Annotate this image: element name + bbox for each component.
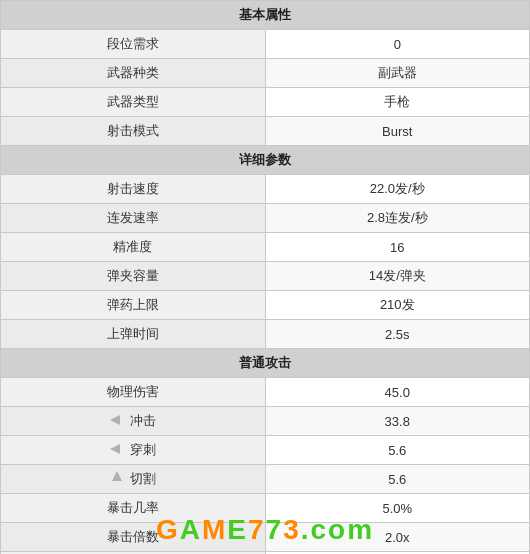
row-label-puncture: 穿刺 [1, 436, 266, 465]
row-value-reload: 2.5s [265, 320, 530, 349]
stats-table: 基本属性 段位需求 0 武器种类 副武器 武器类型 手枪 射击模式 Burst … [0, 0, 530, 554]
row-value-burst-rate: 2.8连发/秒 [265, 204, 530, 233]
table-row: 射击速度 22.0发/秒 [1, 175, 530, 204]
table-row: 弹药上限 210发 [1, 291, 530, 320]
row-value-weapon-type: 副武器 [265, 59, 530, 88]
table-row: 武器类型 手枪 [1, 88, 530, 117]
svg-marker-0 [110, 415, 120, 425]
row-label-burst-rate: 连发速率 [1, 204, 266, 233]
impact-icon [110, 413, 124, 430]
table-row: 弹夹容量 14发/弹夹 [1, 262, 530, 291]
table-row: 精准度 16 [1, 233, 530, 262]
row-label-weapon-type: 武器种类 [1, 59, 266, 88]
row-label-phys-dmg: 物理伤害 [1, 378, 266, 407]
table-row: 连发速率 2.8连发/秒 [1, 204, 530, 233]
row-label-fire-rate: 射击速度 [1, 175, 266, 204]
basic-header-label: 基本属性 [1, 1, 530, 30]
row-label-slash: 切割 [1, 465, 266, 494]
row-value-crit-chance: 5.0% [265, 494, 530, 523]
table-row: 段位需求 0 [1, 30, 530, 59]
row-value-impact: 33.8 [265, 407, 530, 436]
row-label-crit-chance: 暴击几率 [1, 494, 266, 523]
table-row: 穿刺 5.6 [1, 436, 530, 465]
slash-icon [110, 471, 124, 488]
row-label-impact: 冲击 [1, 407, 266, 436]
row-value-fire-rate: 22.0发/秒 [265, 175, 530, 204]
table-row: 暴击几率 5.0% [1, 494, 530, 523]
puncture-icon [110, 442, 124, 459]
table-row: 射击模式 Burst [1, 117, 530, 146]
row-label-magazine: 弹夹容量 [1, 262, 266, 291]
row-value-weapon-class: 手枪 [265, 88, 530, 117]
row-label-rank: 段位需求 [1, 30, 266, 59]
table-row: 物理伤害 45.0 [1, 378, 530, 407]
section-attack-header: 普通攻击 [1, 349, 530, 378]
table-row: 暴击倍数 2.0x [1, 523, 530, 552]
row-label-accuracy: 精准度 [1, 233, 266, 262]
row-value-puncture: 5.6 [265, 436, 530, 465]
row-value-magazine: 14发/弹夹 [265, 262, 530, 291]
row-label-ammo-max: 弹药上限 [1, 291, 266, 320]
attack-header-label: 普通攻击 [1, 349, 530, 378]
table-row: 武器种类 副武器 [1, 59, 530, 88]
row-label-weapon-class: 武器类型 [1, 88, 266, 117]
row-value-phys-dmg: 45.0 [265, 378, 530, 407]
row-value-ammo-max: 210发 [265, 291, 530, 320]
section-detail-header: 详细参数 [1, 146, 530, 175]
table-row: 上弹时间 2.5s [1, 320, 530, 349]
row-value-rank: 0 [265, 30, 530, 59]
row-value-accuracy: 16 [265, 233, 530, 262]
svg-marker-1 [110, 444, 120, 454]
svg-marker-2 [112, 471, 122, 481]
row-value-slash: 5.6 [265, 465, 530, 494]
table-row: 切割 5.6 [1, 465, 530, 494]
row-label-reload: 上弹时间 [1, 320, 266, 349]
page-wrapper: 基本属性 段位需求 0 武器种类 副武器 武器类型 手枪 射击模式 Burst … [0, 0, 530, 554]
row-label-crit-mult: 暴击倍数 [1, 523, 266, 552]
row-label-fire-mode: 射击模式 [1, 117, 266, 146]
row-value-fire-mode: Burst [265, 117, 530, 146]
section-basic-header: 基本属性 [1, 1, 530, 30]
row-value-crit-mult: 2.0x [265, 523, 530, 552]
detail-header-label: 详细参数 [1, 146, 530, 175]
table-row: 冲击 33.8 [1, 407, 530, 436]
